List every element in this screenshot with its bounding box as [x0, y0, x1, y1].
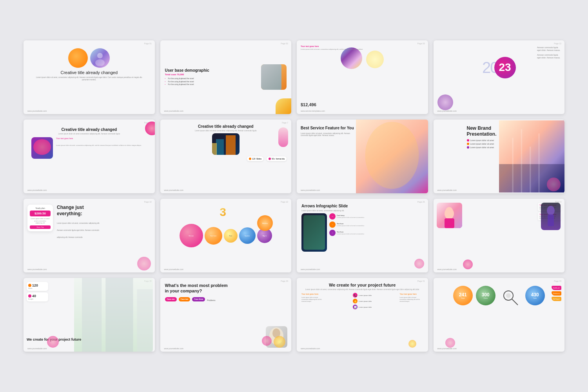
purple-deco — [437, 94, 453, 110]
slide-15-sub: Lorem ipsum dolor sit amet, consectetur … — [301, 289, 423, 290]
slide-15-title: We create for your project future — [301, 283, 423, 287]
slide-page-16: Page 43 — [554, 280, 561, 282]
arrows-list: → Cool storyLorem ipsum dolor sit amet c… — [329, 213, 423, 252]
text-body: Lorem ipsum dolor sit amet, consectetur … — [56, 144, 142, 146]
case-item-1: Case one — [165, 297, 177, 301]
bubble-blue: System — [239, 227, 256, 244]
pink-orb — [47, 336, 59, 348]
slide-4: Page 12 20 23 Aenean commodo ligula eget… — [434, 40, 565, 114]
bubble-orange: Text here — [205, 227, 222, 245]
text-label-1: Your text goes here — [301, 293, 325, 296]
device-mock — [301, 213, 327, 252]
icon-chart: 📊 — [353, 305, 358, 309]
slide-3: Page 03 Your text goes here Lorem ipsum … — [297, 40, 428, 114]
slide-page-15: Page 41 — [417, 280, 425, 282]
case-btn-2: Case two — [179, 297, 191, 301]
slide-10-content: 3 Mastery Stream Text here Text System M… — [165, 203, 287, 268]
slide-6-title: Creative title already changed — [165, 124, 287, 129]
slide-6-stats: 120 Slides 50+ format dia — [165, 156, 287, 161]
tag-3: BizTarget — [552, 297, 561, 301]
svg-point-2 — [95, 59, 105, 66]
circ-item-1: 241 Target — [453, 286, 473, 309]
circ-item-3: 430 Sales — [525, 286, 545, 309]
bullet-3: Lorem ipsum dolor sit amet — [467, 146, 514, 149]
slide-page-9: Page 10 — [144, 201, 152, 203]
vis-row-3: 📊 Lorem ipsum dolor — [353, 305, 372, 309]
slide-8: Page 9 — [434, 120, 565, 193]
text-body: Lorem ipsum dolor sit amet, consectetur … — [301, 48, 363, 51]
bubble-pink: Stream — [180, 224, 203, 247]
slide-11-url: www.yourwebsite.com — [301, 268, 320, 270]
slide-page-2: Page 02 — [281, 42, 288, 45]
arrow-row-1: → Cool storyLorem ipsum dolor sit amet c… — [329, 213, 423, 220]
slide-8-url: www.yourwebsite.com — [437, 189, 457, 191]
icon-star: ⭐ — [353, 299, 358, 303]
slide-page-11: Page 25 — [417, 201, 425, 203]
slide-page-6: Page 7 — [282, 122, 288, 124]
building-bg — [74, 278, 153, 352]
slide-11-title: Arrows Infographic Slide — [301, 203, 423, 209]
total-label: Total case — [165, 73, 176, 76]
slide-10-url: www.yourwebsite.com — [164, 268, 183, 270]
arrow-row-3: → Text hereLorem ipsum dolor sit amet co… — [329, 230, 423, 236]
svg-point-7 — [365, 122, 419, 189]
svg-rect-12 — [530, 147, 531, 192]
svg-rect-20 — [548, 214, 554, 226]
yellow-orb — [408, 340, 416, 348]
holographic-circle — [341, 47, 362, 69]
slide-10: Page 22 3 Mastery Stream Text here Text … — [160, 199, 292, 272]
big-number: 3 — [220, 205, 226, 219]
slide-12-url: www.yourwebsite.com — [437, 268, 457, 270]
orange-dot — [249, 158, 251, 160]
slide-1: Page 01 Creative title already changed L… — [24, 40, 155, 114]
bubble-labels: Mastery — [257, 215, 281, 232]
vis-row-2: ⭐ Lorem ipsum dolor — [353, 299, 372, 303]
slide-2-photo — [261, 64, 287, 90]
slide-3-circles — [301, 47, 423, 69]
slide-9-text: Change just everything: Lorem ipsum dolo… — [57, 205, 104, 240]
slide-5-inner: Creative title already changed Lorem ips… — [28, 124, 150, 162]
slide-14-title: What's the most most problem in your com… — [165, 283, 232, 294]
stat-box-1: 120 Goals — [27, 282, 48, 291]
bubble-mastery: Mastery — [257, 215, 273, 231]
case-btn-1: Case one — [165, 297, 177, 301]
slide-6-url: www.yourwebsite.com — [164, 189, 183, 191]
slide-6-sub: Lorem ipsum dolor sit amet consectetur a… — [165, 130, 287, 132]
slide-6-img — [212, 133, 240, 155]
pink-orb-deco2 — [137, 257, 151, 270]
slide-13-url: www.yourwebsite.com — [27, 347, 47, 350]
svg-point-19 — [547, 206, 555, 215]
text-label: Your text goes here — [56, 137, 147, 140]
icon-phone: 📞 — [353, 293, 358, 298]
slide-page-1: Page 01 — [144, 42, 152, 45]
illustration — [437, 203, 462, 228]
slide-page-10: Page 22 — [281, 201, 288, 203]
slide-9-body: Lorem ipsum dolor sit amet, consectetur … — [57, 222, 100, 238]
slide-3-text: Your text goes here Lorem ipsum dolor si… — [301, 45, 363, 51]
slide-14-url: www.yourwebsite.com — [164, 347, 183, 350]
svg-rect-23 — [137, 289, 152, 352]
slide-15-layout: Your text goes here Lorem ipsum dolor si… — [301, 293, 423, 309]
slide-12: Page 9 — [434, 199, 565, 272]
slide-13: Page 30 120 Goals 40 Images — [24, 278, 155, 352]
center-vis: 📞 Lorem ipsum dolor ⭐ Lorem ipsum dolor … — [327, 293, 398, 309]
stat-box-2: 40 Images — [27, 292, 48, 301]
slide-4-url: www.yourwebsite.com — [437, 110, 457, 112]
slide-3-url: www.service-templates.com — [301, 110, 325, 112]
problem-label: Problems — [207, 299, 215, 301]
slide-7-photo — [356, 120, 428, 193]
slide-8-text: New Brand Presentation. Lorem ipsum dolo… — [467, 125, 514, 149]
case-item-3: Case three — [192, 297, 205, 301]
slide-1-url: www.yourwebsite.com — [27, 110, 47, 112]
price-tag: $289.50 — [30, 211, 51, 216]
slide-15-url: www.yourwebsite.com — [301, 347, 320, 350]
slide-7-sub: Lorem ipsum dolor sit amet, consectetur … — [301, 132, 356, 136]
text-label-3: Your text goes here — [400, 293, 423, 296]
slide-11-sub: Lorem ipsum dolor sit amet, consectetur … — [301, 210, 423, 212]
price-value: $12,496 — [301, 102, 316, 107]
slide-page-4: Page 12 — [554, 42, 561, 45]
svg-point-17 — [446, 207, 453, 214]
price-button[interactable]: Show This — [30, 225, 51, 229]
slide-7-title: Best Service Feature for You — [301, 125, 356, 131]
orange-circle — [68, 48, 88, 68]
